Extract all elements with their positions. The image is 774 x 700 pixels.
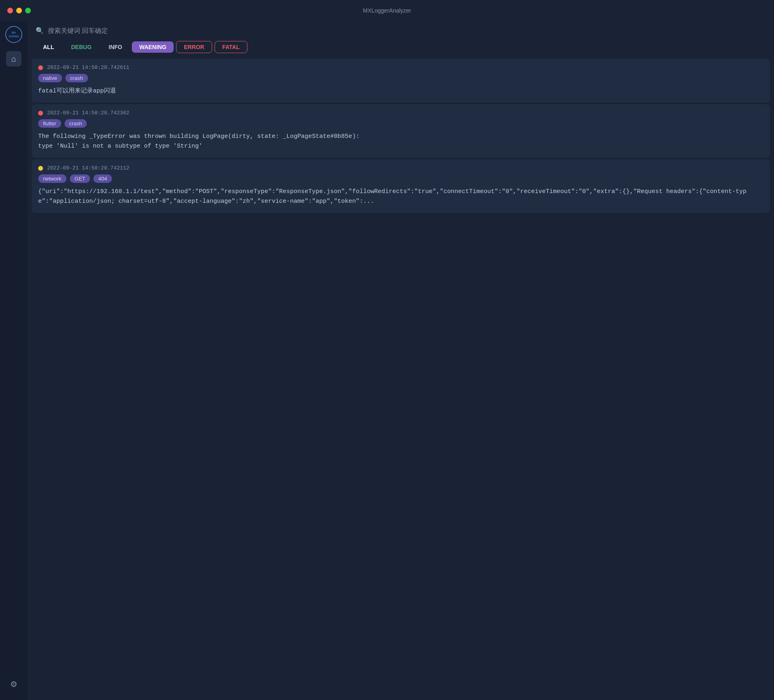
avatar[interactable]: MX CHANG [5, 26, 22, 43]
log-message: The following _TypeError was thrown buil… [38, 132, 763, 151]
log-dot [38, 111, 43, 116]
log-tags: nativecrash [38, 74, 763, 82]
log-tags: fluttercrash [38, 119, 763, 128]
filter-tab-all[interactable]: ALL [36, 41, 61, 53]
main-content: 🔍 ALLDEBUGINFOWAENINGERRORFATAL 2022-09-… [28, 21, 774, 700]
minimize-button[interactable] [16, 8, 22, 13]
log-item[interactable]: 2022-09-21 14:50:20.742611nativecrashfat… [32, 59, 770, 103]
filter-tab-fatal[interactable]: FATAL [215, 41, 247, 53]
search-icon: 🔍 [36, 27, 44, 34]
tag-status404[interactable]: 404 [93, 174, 112, 183]
log-timestamp: 2022-09-21 14:50:20.742611 [47, 64, 129, 71]
log-message: fatal可以用来记录app闪退 [38, 86, 763, 96]
sidebar: MX CHANG ⌂ ⚙ [0, 21, 28, 700]
search-bar: 🔍 [28, 21, 774, 39]
log-list: 2022-09-21 14:50:20.742611nativecrashfat… [28, 59, 774, 700]
tag-crash[interactable]: crash [65, 74, 88, 82]
log-item[interactable]: 2022-09-21 14:50:20.742362fluttercrashTh… [32, 104, 770, 158]
window-controls [7, 8, 31, 13]
log-header: 2022-09-21 14:50:20.742362 [38, 110, 763, 116]
log-timestamp: 2022-09-21 14:50:20.742362 [47, 110, 129, 116]
filter-tab-error[interactable]: ERROR [176, 41, 212, 53]
maximize-button[interactable] [25, 8, 31, 13]
tag-native[interactable]: native [38, 74, 62, 82]
log-message: {"uri":"https://192.168.1.1/test","metho… [38, 187, 763, 206]
app-title: MXLoggerAnalyzer [363, 7, 411, 14]
gear-icon: ⚙ [10, 679, 17, 689]
tag-network[interactable]: network [38, 174, 67, 183]
filter-tab-info[interactable]: INFO [101, 41, 129, 53]
tag-flutter[interactable]: flutter [38, 119, 61, 128]
home-icon: ⌂ [11, 54, 16, 64]
filter-tab-debug[interactable]: DEBUG [64, 41, 99, 53]
log-dot [38, 65, 43, 70]
log-header: 2022-09-21 14:50:20.742112 [38, 165, 763, 171]
sidebar-item-home[interactable]: ⌂ [6, 51, 22, 67]
settings-button[interactable]: ⚙ [6, 676, 22, 692]
log-tags: networkGET404 [38, 174, 763, 183]
app-body: MX CHANG ⌂ ⚙ 🔍 ALLDEBUGINFOWAENINGERRORF… [0, 21, 774, 700]
search-input[interactable] [48, 27, 766, 34]
close-button[interactable] [7, 8, 13, 13]
log-dot [38, 166, 43, 171]
title-bar: MXLoggerAnalyzer [0, 0, 774, 21]
log-timestamp: 2022-09-21 14:50:20.742112 [47, 165, 129, 171]
filter-tab-warning[interactable]: WAENING [132, 41, 174, 53]
tag-crash[interactable]: crash [64, 119, 87, 128]
log-item[interactable]: 2022-09-21 14:50:20.742112networkGET404{… [32, 159, 770, 213]
log-header: 2022-09-21 14:50:20.742611 [38, 64, 763, 71]
filter-tabs: ALLDEBUGINFOWAENINGERRORFATAL [28, 39, 774, 59]
tag-get[interactable]: GET [70, 174, 90, 183]
